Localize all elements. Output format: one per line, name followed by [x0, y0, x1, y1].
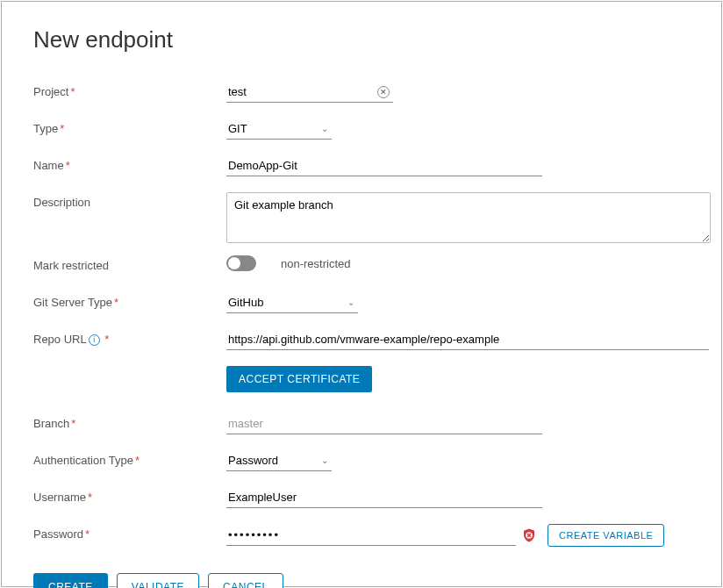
- type-label: Type*: [33, 118, 226, 135]
- description-label: Description: [33, 192, 226, 209]
- git-server-type-label: Git Server Type*: [33, 292, 226, 309]
- shield-warning-icon: [521, 527, 537, 543]
- repo-url-label: Repo URLi *: [33, 329, 226, 347]
- project-label: Project*: [33, 82, 226, 98]
- type-select[interactable]: GIT: [226, 118, 332, 140]
- repo-url-input[interactable]: [226, 329, 709, 350]
- new-endpoint-panel: New endpoint Project* ✕ Type* GIT ⌄ Name…: [1, 1, 722, 587]
- page-title: New endpoint: [33, 26, 690, 54]
- username-input[interactable]: [226, 487, 542, 508]
- restricted-status: non-restricted: [281, 257, 350, 270]
- description-textarea[interactable]: Git example branch: [226, 192, 711, 243]
- branch-input[interactable]: [226, 413, 542, 434]
- restricted-toggle[interactable]: [226, 255, 256, 271]
- create-button[interactable]: CREATE: [33, 573, 108, 588]
- auth-type-select[interactable]: Password: [226, 450, 332, 471]
- accept-certificate-button[interactable]: ACCEPT CERTIFICATE: [226, 366, 372, 392]
- mark-restricted-label: Mark restricted: [33, 255, 226, 272]
- cancel-button[interactable]: CANCEL: [208, 573, 283, 588]
- create-variable-button[interactable]: CREATE VARIABLE: [548, 524, 664, 547]
- git-server-type-select[interactable]: GitHub: [226, 292, 358, 313]
- validate-button[interactable]: VALIDATE: [117, 573, 199, 588]
- project-input[interactable]: [226, 82, 393, 103]
- branch-label: Branch*: [33, 413, 226, 430]
- username-label: Username*: [33, 487, 226, 504]
- auth-type-label: Authentication Type*: [33, 450, 226, 467]
- name-label: Name*: [33, 155, 226, 172]
- info-icon[interactable]: i: [89, 334, 100, 346]
- clear-project-icon[interactable]: ✕: [377, 86, 390, 98]
- password-input[interactable]: [226, 525, 516, 546]
- name-input[interactable]: [226, 155, 542, 176]
- password-label: Password*: [33, 524, 226, 541]
